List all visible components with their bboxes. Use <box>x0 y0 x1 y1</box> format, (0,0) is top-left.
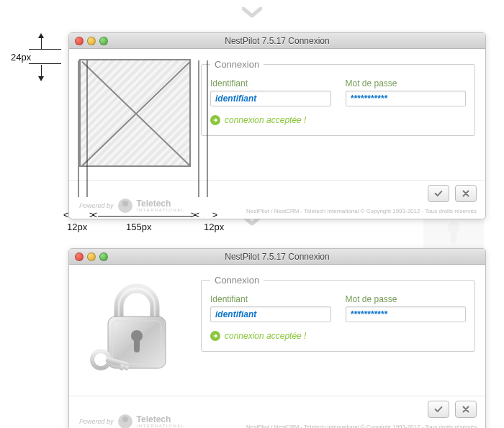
id-label: Identifiant <box>210 294 331 304</box>
window-title: NestPilot 7.5.17 Connexion <box>69 36 485 46</box>
login-fieldset: Connexion Identifiant Mot de passe <box>201 275 475 352</box>
teletech-logo-icon <box>118 414 132 428</box>
image-placeholder <box>79 59 191 167</box>
confirm-button[interactable] <box>428 401 449 418</box>
titlebar: NestPilot 7.5.17 Connexion <box>69 249 485 265</box>
cancel-button[interactable] <box>455 401 477 418</box>
pw-label: Mot de passe <box>346 78 467 88</box>
annotation-right-margin: 12px <box>204 222 224 232</box>
id-label: Identifiant <box>210 78 331 88</box>
success-icon <box>210 331 220 341</box>
login-fieldset: Connexion Identifiant Mot de passe <box>201 59 475 136</box>
pw-label: Mot de passe <box>346 294 467 304</box>
annotation-top-margin: 24px <box>11 52 31 63</box>
dimension-lines <box>68 176 209 211</box>
id-input[interactable] <box>210 91 331 106</box>
annotation-width: 155px <box>126 222 151 232</box>
status-message: connexion acceptée ! <box>225 331 306 341</box>
id-input[interactable] <box>210 306 331 322</box>
login-window-rendered: NestPilot 7.5.17 Connexion <box>68 248 486 428</box>
success-icon <box>210 115 220 125</box>
login-image <box>79 275 191 383</box>
svg-rect-10 <box>134 338 140 352</box>
confirm-button[interactable] <box>428 185 449 202</box>
titlebar: NestPilot 7.5.17 Connexion <box>69 33 485 49</box>
pw-input[interactable] <box>346 306 467 322</box>
status-message: connexion acceptée ! <box>225 115 306 125</box>
svg-rect-2 <box>451 229 456 244</box>
fieldset-legend: Connexion <box>210 59 264 70</box>
annotation-left-margin: 12px <box>67 222 87 232</box>
teletech-name: Teletech <box>137 415 185 424</box>
fieldset-legend: Connexion <box>210 275 264 286</box>
powered-by-label: Powered by <box>79 418 114 425</box>
pw-input[interactable] <box>346 91 467 106</box>
window-title: NestPilot 7.5.17 Connexion <box>69 252 485 262</box>
cancel-button[interactable] <box>455 185 477 202</box>
powered-by: Powered by Teletech INTERNATIONAL <box>79 414 185 428</box>
teletech-sub: INTERNATIONAL <box>137 424 185 428</box>
chevron-down-icon <box>242 3 262 25</box>
